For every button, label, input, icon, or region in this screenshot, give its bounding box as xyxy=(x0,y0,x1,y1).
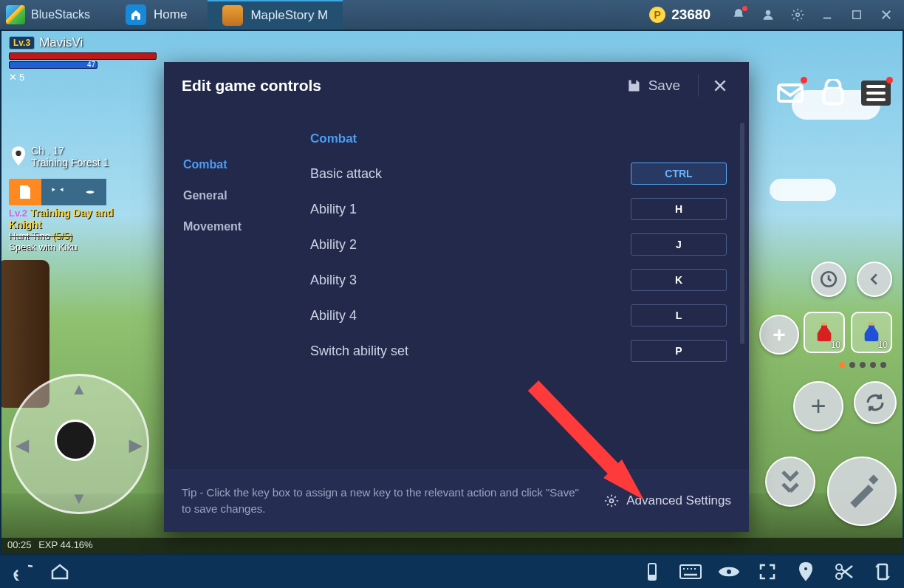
top-right-icons xyxy=(774,78,892,108)
cloud-decoration xyxy=(770,179,836,201)
level-badge: Lv.3 xyxy=(9,36,35,49)
potion-red[interactable]: 10 xyxy=(804,312,845,353)
svg-rect-18 xyxy=(680,565,701,578)
sidebar-item-general[interactable]: General xyxy=(164,180,297,211)
keyboard-icon[interactable] xyxy=(679,561,702,583)
clock-button[interactable] xyxy=(811,261,846,297)
tab-maplestory-label: MapleStory M xyxy=(250,8,328,23)
gear-icon xyxy=(604,493,619,508)
svg-point-14 xyxy=(610,499,614,502)
scissors-icon[interactable] xyxy=(833,561,855,583)
key-box[interactable]: P xyxy=(631,340,727,362)
brand-label: BlueStacks xyxy=(31,8,90,21)
control-label: Switch ability set xyxy=(304,343,631,359)
potion-blue-count: 10 xyxy=(878,340,888,350)
key-box[interactable]: J xyxy=(631,233,727,256)
location-icon[interactable] xyxy=(795,561,817,583)
swords-count: ✕ 5 xyxy=(9,72,157,83)
control-row-ability-2: Ability 2 J xyxy=(304,233,727,256)
bag-icon[interactable] xyxy=(817,78,849,108)
sidebar-item-movement[interactable]: Movement xyxy=(164,211,297,242)
quest-tab-scroll[interactable] xyxy=(9,179,41,205)
eye-icon[interactable] xyxy=(718,561,740,583)
sidebar-item-combat[interactable]: Combat xyxy=(164,149,297,180)
minimize-icon[interactable] xyxy=(815,1,839,28)
android-home-icon[interactable] xyxy=(49,561,71,583)
exp-text: EXP 44.16% xyxy=(38,539,92,550)
quest-tab-signs[interactable] xyxy=(41,179,74,205)
potion-slots: 10 10 xyxy=(804,312,892,353)
modal-main: Combat Basic attack CTRL Ability 1 H Abi… xyxy=(297,109,749,469)
location-map: Training Forest 1 xyxy=(31,157,109,168)
save-button[interactable]: Save xyxy=(619,75,688,97)
attack-button[interactable] xyxy=(827,457,897,526)
control-row-ability-1: Ability 1 H xyxy=(304,198,727,220)
svg-rect-8 xyxy=(823,89,842,104)
dpad[interactable]: ▲ ▼ ◀ ▶ xyxy=(9,374,149,514)
advanced-settings-button[interactable]: Advanced Settings xyxy=(604,493,731,508)
fullscreen-icon[interactable] xyxy=(756,561,778,583)
close-window-icon[interactable] xyxy=(874,1,898,28)
svg-rect-3 xyxy=(853,11,861,19)
menu-icon[interactable] xyxy=(860,78,892,108)
modal-header: Edit game controls Save xyxy=(164,62,749,109)
dpad-down-icon: ▼ xyxy=(71,489,87,508)
control-row-ability-3: Ability 3 K xyxy=(304,269,727,291)
svg-rect-11 xyxy=(869,323,874,326)
jump-button[interactable] xyxy=(765,457,815,507)
notifications-icon[interactable] xyxy=(727,1,750,28)
svg-point-0 xyxy=(766,10,770,15)
dpad-stick[interactable] xyxy=(55,420,96,461)
key-box[interactable]: CTRL xyxy=(631,163,727,185)
svg-rect-30 xyxy=(878,564,887,579)
key-box[interactable]: H xyxy=(631,198,727,220)
home-icon xyxy=(126,4,146,25)
svg-point-25 xyxy=(804,567,808,571)
tab-home[interactable]: Home xyxy=(111,0,202,30)
advanced-settings-label: Advanced Settings xyxy=(626,493,731,508)
control-label: Ability 1 xyxy=(304,202,631,217)
android-back-icon[interactable] xyxy=(10,561,32,583)
modal-title: Edit game controls xyxy=(182,77,619,95)
quest-level: Lv.2 xyxy=(9,208,27,219)
dpad-up-icon: ▲ xyxy=(71,380,87,399)
control-label: Ability 2 xyxy=(304,237,631,253)
svg-rect-17 xyxy=(650,575,654,578)
collapse-button[interactable] xyxy=(857,261,892,297)
control-label: Basic attack xyxy=(304,166,631,182)
rotate-icon[interactable] xyxy=(872,561,894,583)
dpad-right-icon: ▶ xyxy=(129,436,142,455)
sync-button[interactable] xyxy=(854,381,897,424)
location-channel: Ch . 17 xyxy=(31,145,109,157)
section-heading: Combat xyxy=(304,131,727,146)
location-widget[interactable]: Ch . 17 Training Forest 1 xyxy=(10,145,109,168)
account-icon[interactable] xyxy=(756,1,780,28)
bottombar xyxy=(0,555,904,588)
mail-icon[interactable] xyxy=(774,78,807,108)
titlebar: BlueStacks Home MapleStory M P 23680 xyxy=(0,0,904,30)
shake-icon[interactable] xyxy=(641,561,663,583)
key-box[interactable]: L xyxy=(631,304,727,327)
settings-icon[interactable] xyxy=(786,1,809,28)
modal-body: Combat General Movement Combat Basic att… xyxy=(164,109,749,469)
key-box[interactable]: K xyxy=(631,269,727,291)
quest-tab-hands[interactable] xyxy=(74,179,106,205)
maximize-icon[interactable] xyxy=(845,1,869,28)
quest-objective-1: Hunt Tino xyxy=(9,230,52,242)
add-skill-button[interactable]: + xyxy=(793,381,843,431)
coin-icon: P xyxy=(649,7,665,23)
mp-bar: 47 xyxy=(9,61,97,69)
control-row-switch-ability: Switch ability set P xyxy=(304,340,727,362)
quest-panel[interactable]: Lv.2 Training Day and Knight Hunt Tino (… xyxy=(9,207,134,253)
modal-scrollbar[interactable] xyxy=(740,123,744,344)
potion-blue[interactable]: 10 xyxy=(851,312,892,353)
dpad-left-icon: ◀ xyxy=(16,436,29,455)
tab-maplestory[interactable]: MapleStory M xyxy=(208,0,343,30)
control-row-ability-4: Ability 4 L xyxy=(304,304,727,327)
game-viewport: Lv.3 MavisVi 47 ✕ 5 Ch . 17 Training For… xyxy=(0,30,904,555)
tip-text: Tip - Click the key box to assign a new … xyxy=(182,485,604,517)
close-button[interactable] xyxy=(709,75,731,97)
control-row-basic-attack: Basic attack CTRL xyxy=(304,163,727,185)
add-slot-button[interactable]: + xyxy=(759,315,799,355)
svg-rect-7 xyxy=(778,85,802,101)
